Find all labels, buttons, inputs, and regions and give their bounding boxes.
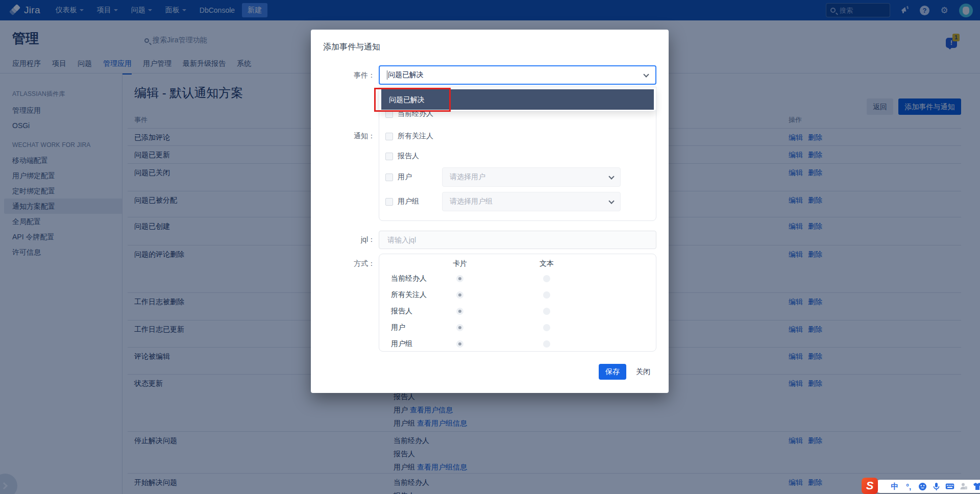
notify-option-row: 所有关注人 [385,130,433,142]
notify-option-row: 用户组 [385,192,419,211]
notify-option-row: 用户 [385,167,412,187]
chevron-down-icon [608,174,614,179]
radio-用户-文本[interactable] [543,324,550,331]
jql-input-wrap [379,231,656,249]
mode-radio-cell [437,308,483,315]
mode-radio-cell [437,340,483,348]
notify-option-label: 报告人 [398,152,419,161]
save-button[interactable]: 保存 [599,364,626,380]
select-placeholder: 请选择用户组 [450,197,493,206]
chevron-down-icon [643,71,649,77]
radio-当前经办人-文本[interactable] [543,275,550,282]
mode-row-label: 当前经办人 [391,274,437,283]
mode-column-header-文本: 文本 [483,259,610,268]
jql-field-label: jql： [320,235,375,244]
notify-option-row: 报告人 [385,150,419,162]
mode-field-label: 方式： [320,259,375,268]
modal-title: 添加事件与通知 [323,42,380,53]
radio-报告人-文本[interactable] [543,308,550,315]
select-用户[interactable]: 请选择用户 [442,167,621,187]
sogou-logo[interactable]: S [862,478,878,494]
person-icon[interactable] [959,482,968,491]
checkbox-用户组[interactable] [385,198,393,206]
chevron-down-icon [608,198,614,204]
mode-radio-cell [483,308,610,315]
checkbox-用户[interactable] [385,174,393,181]
mode-row-label: 用户 [391,323,437,332]
select-用户组[interactable]: 请选择用户组 [442,192,621,211]
mode-radio-cell [483,275,610,282]
event-field-label: 事件： [320,71,375,80]
mode-row: 报告人 [391,303,656,319]
app-root: Jira 仪表板项目问题面板DbConsole 新建 ? ⚙ 管理 搜索Jira… [0,0,980,494]
event-select[interactable]: 问题已解决 [379,65,656,85]
mode-row: 用户组 [391,336,656,352]
mode-radio-cell [483,291,610,299]
mode-row-label: 用户组 [391,339,437,349]
input-method-toolbar: 中°, [874,480,980,493]
dropdown-option[interactable]: 问题已解决 [381,89,654,110]
select-placeholder: 请选择用户 [450,172,485,182]
punctuation-icon[interactable]: °, [904,482,913,491]
skin-icon[interactable] [973,482,980,491]
notify-option-label: 用户 [398,172,412,182]
radio-报告人-卡片[interactable] [456,308,463,315]
mode-radio-cell [437,291,483,299]
emoji-icon[interactable] [918,482,927,491]
mode-row: 所有关注人 [391,287,656,303]
mode-row: 用户 [391,319,656,336]
mode-header-row: 卡片文本 [391,257,656,270]
event-dropdown: 问题已解决 [379,87,656,111]
mode-radio-cell [483,340,610,348]
radio-当前经办人-卡片[interactable] [456,275,463,282]
mode-radio-cell [437,275,483,282]
mode-column-header-卡片: 卡片 [437,259,483,268]
checkbox-所有关注人[interactable] [385,133,393,140]
mode-row-label: 所有关注人 [391,290,437,300]
mode-row: 当前经办人 [391,270,656,287]
add-event-modal: 添加事件与通知 事件： 问题已解决 通知： 当前经办人所有关注人报告人用户请选择… [311,30,669,393]
notify-option-label: 所有关注人 [398,132,433,141]
keyboard-icon[interactable] [945,482,954,491]
mode-panel: 卡片文本当前经办人所有关注人报告人用户用户组 [379,254,656,352]
checkbox-报告人[interactable] [385,153,393,160]
event-select-value: 问题已解决 [387,70,424,80]
chinese-mode-icon[interactable]: 中 [890,482,899,491]
mode-radio-cell [437,324,483,331]
mode-radio-cell [483,324,610,331]
radio-所有关注人-文本[interactable] [543,291,550,299]
radio-所有关注人-卡片[interactable] [456,291,463,299]
radio-用户组-卡片[interactable] [456,340,463,348]
notify-field-label: 通知： [320,132,375,141]
radio-用户-卡片[interactable] [456,324,463,331]
notify-option-label: 用户组 [398,197,419,206]
microphone-icon[interactable] [932,482,941,491]
close-button[interactable]: 关闭 [636,367,650,377]
jql-input[interactable] [386,235,649,244]
notify-options-panel: 当前经办人所有关注人报告人用户请选择用户用户组请选择用户组 [379,97,656,221]
mode-row-label: 报告人 [391,307,437,316]
radio-用户组-文本[interactable] [543,340,550,348]
